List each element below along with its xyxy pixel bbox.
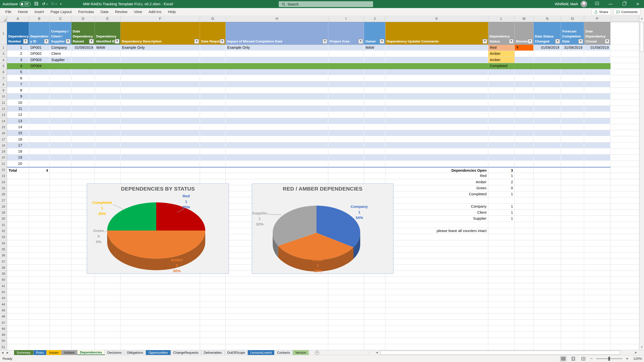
cell-H11[interactable] [226,100,328,106]
cell-K49[interactable] [385,332,488,338]
cell-K5[interactable] [385,63,488,69]
column-letter-F[interactable]: F [120,16,200,22]
cell-A43[interactable] [7,295,29,301]
cell-E7[interactable] [95,75,120,81]
cell-D11[interactable] [71,100,95,106]
cell-F7[interactable] [120,75,200,81]
cell-M17[interactable] [515,137,534,143]
cell-E49[interactable] [95,332,120,338]
undo-dropdown-icon[interactable]: ▾ [47,3,48,5]
cell-M9[interactable] [515,87,534,94]
cell-J47[interactable] [364,320,385,326]
row-number-25[interactable]: 25 [0,185,7,191]
cell-N6[interactable] [534,69,561,75]
cell-B35[interactable] [29,246,50,252]
cell-F19[interactable] [120,149,200,155]
cell-extra-25[interactable] [611,185,639,191]
cell-G47[interactable] [200,320,226,326]
ribbon-display-options-icon[interactable] [593,0,601,8]
cell-L41[interactable] [488,283,515,289]
cell-extra-42[interactable] [611,289,639,295]
ribbon-tab-file[interactable]: File [2,8,15,16]
cell-O12[interactable] [561,106,584,112]
sheet-nav-right-icon[interactable]: ▶ [5,350,10,355]
cell-F11[interactable] [120,100,200,106]
cell-B28[interactable] [29,204,50,210]
row-number-14[interactable]: 14 [0,118,7,124]
cell-H9[interactable] [226,87,328,94]
restore-button[interactable] [620,0,628,8]
cell-F8[interactable] [120,81,200,87]
cell-extra-36[interactable] [611,252,639,258]
cell-A24[interactable] [7,179,29,185]
cell-J16[interactable] [364,130,385,136]
cell-extra-45[interactable] [611,307,639,313]
cell-A22[interactable]: Total [7,167,29,173]
cell-G15[interactable] [200,124,226,130]
row-number-17[interactable]: 17 [0,137,7,143]
cell-F23[interactable] [120,173,200,179]
cell-O33[interactable] [561,234,584,240]
cell-K24[interactable]: Amber [385,179,488,185]
cell-P5[interactable] [584,63,611,69]
cell-G17[interactable] [200,137,226,143]
cell-M35[interactable] [515,246,534,252]
cell-M39[interactable] [515,271,534,277]
cell-M21[interactable] [515,161,534,167]
cell-N49[interactable] [534,332,561,338]
cell-D4[interactable] [71,57,95,63]
cell-I44[interactable] [328,301,364,307]
cell-G3[interactable] [200,51,226,57]
cell-B49[interactable] [29,332,50,338]
cell-E45[interactable] [95,307,120,313]
cell-J46[interactable] [364,313,385,320]
cell-C38[interactable] [50,265,71,271]
zoom-slider[interactable] [596,358,622,359]
search-input[interactable]: Search [279,1,373,7]
cell-I40[interactable] [328,277,364,283]
scroll-up-icon[interactable]: ▲ [639,17,644,20]
cell-P16[interactable] [584,130,611,136]
cell-B13[interactable] [29,112,50,118]
cell-extra-51[interactable] [611,344,639,350]
cell-extra-8[interactable] [611,81,639,87]
cell-extra-3[interactable] [611,51,639,57]
filter-button-M[interactable]: ▼ [528,39,533,44]
cell-K41[interactable] [385,283,488,289]
cell-extra-46[interactable] [611,313,639,320]
cell-J3[interactable] [364,51,385,57]
row-number-9[interactable]: 9 [0,87,7,94]
column-letter-D[interactable]: D [71,16,95,22]
cell-B4[interactable]: DP003 [29,57,50,63]
cell-E47[interactable] [95,320,120,326]
sheet-tab-risks[interactable]: Risks [33,350,47,355]
sheet-nav-left-icon[interactable]: ◀ [0,350,5,355]
cell-E42[interactable] [95,289,120,295]
cell-C36[interactable] [50,252,71,258]
ribbon-tab-add-ins[interactable]: Add-ins [145,8,165,16]
row-number-48[interactable]: 48 [0,326,7,332]
cell-O35[interactable] [561,246,584,252]
cell-P33[interactable] [584,234,611,240]
cell-extra-37[interactable] [611,259,639,265]
cell-N22[interactable] [534,167,561,173]
cell-L6[interactable] [488,69,515,75]
cell-C11[interactable] [50,100,71,106]
cell-A33[interactable] [7,234,29,240]
cell-H18[interactable] [226,143,328,149]
cell-extra-35[interactable] [611,246,639,252]
cell-D15[interactable] [71,124,95,130]
cell-H44[interactable] [226,301,328,307]
cell-L37[interactable] [488,259,515,265]
cell-extra-41[interactable] [611,283,639,289]
row-number-41[interactable]: 41 [0,283,7,289]
scroll-right-icon[interactable]: ▶ [633,350,639,355]
cell-F44[interactable] [120,301,200,307]
cell-B30[interactable] [29,216,50,222]
cell-F41[interactable] [120,283,200,289]
cell-H19[interactable] [226,149,328,155]
cell-L31[interactable] [488,222,515,228]
cell-P32[interactable] [584,228,611,234]
cell-H22[interactable] [226,167,328,173]
row-number-28[interactable]: 28 [0,204,7,210]
